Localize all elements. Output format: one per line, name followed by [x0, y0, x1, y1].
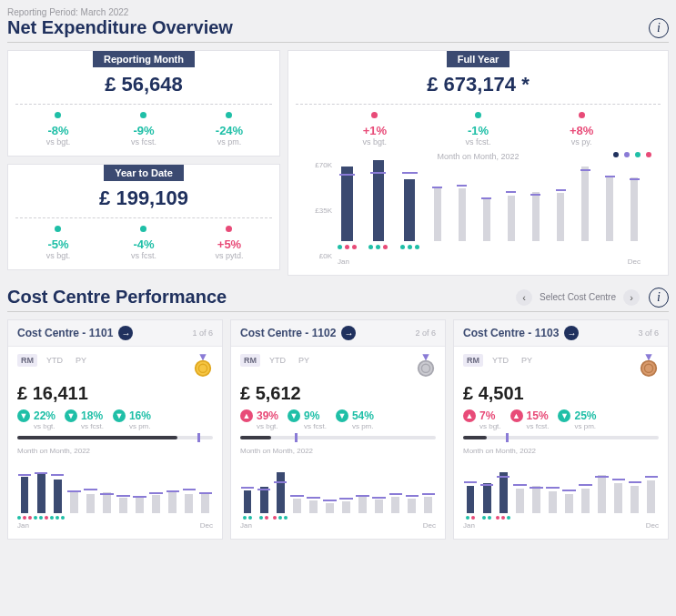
kpi: -4% vs fcst. — [101, 226, 186, 260]
cost-centre-count: 3 of 6 — [638, 328, 659, 338]
cc-kpi: ▼ 54% vs pm. — [336, 409, 374, 430]
cost-centre-card: Cost Centre - 1101 → 1 of 6 RM YTD PY £ … — [7, 319, 223, 540]
tab-ytd[interactable]: YTD — [266, 354, 289, 367]
svg-point-4 — [641, 361, 657, 377]
xaxis-end: Dec — [646, 521, 659, 530]
page-title: Net Expenditure Overview — [7, 17, 233, 38]
select-cost-centre-label: Select Cost Centre — [540, 292, 616, 302]
cost-centre-chart — [17, 459, 213, 513]
kpi: +1% vs bgt. — [324, 112, 427, 146]
cost-centre-amount: £ 5,612 — [240, 383, 436, 404]
chart-legend — [613, 152, 651, 157]
reporting-month-ribbon: Reporting Month — [93, 51, 195, 67]
full-year-ribbon: Full Year — [447, 51, 510, 67]
xaxis-start: Jan — [17, 521, 29, 530]
open-cost-centre-button[interactable]: → — [118, 326, 133, 340]
reporting-month-card: Reporting Month £ 56,648 -8% vs bgt. -9%… — [7, 50, 280, 157]
full-year-card: Full Year £ 673,174 * +1% vs bgt. -1% vs… — [288, 50, 669, 276]
svg-point-0 — [196, 361, 211, 377]
cost-centre-card: Cost Centre - 1103 → 3 of 6 RM YTD PY £ … — [453, 319, 669, 540]
progress-slider — [463, 436, 659, 439]
info-icon[interactable]: i — [649, 18, 669, 38]
full-year-mom-chart: £70K £35K £0K — [336, 165, 642, 256]
cc-mom-label: Month on Month, 2022 — [463, 447, 659, 455]
full-year-amount: £ 673,174 * — [296, 73, 661, 96]
tab-py[interactable]: PY — [72, 354, 90, 367]
xaxis-start: Jan — [240, 521, 252, 530]
kpi: +8% vs py. — [530, 112, 633, 146]
cost-centre-title: Cost Centre Performance — [7, 287, 227, 308]
cost-centre-card: Cost Centre - 1102 → 2 of 6 RM YTD PY £ … — [230, 319, 446, 540]
cost-centre-amount: £ 16,411 — [17, 383, 213, 404]
progress-slider — [240, 436, 436, 439]
cost-centre-name: Cost Centre - 1101 → — [17, 326, 133, 340]
xaxis-end: Dec — [200, 521, 213, 530]
svg-point-2 — [419, 361, 434, 377]
cc-kpi: ▼ 16% vs pm. — [113, 409, 151, 430]
period-tabs[interactable]: RM YTD PY — [463, 354, 536, 367]
cc-kpi: ▼ 18% vs fcst. — [65, 409, 104, 430]
cc-kpi: ▼ 9% vs fcst. — [288, 409, 327, 430]
tab-rm[interactable]: RM — [17, 354, 37, 367]
open-cost-centre-button[interactable]: → — [564, 326, 579, 340]
prev-cost-centre-button[interactable]: ‹ — [516, 289, 532, 306]
open-cost-centre-button[interactable]: → — [341, 326, 356, 340]
ytd-ribbon: Year to Date — [104, 165, 184, 181]
tab-ytd[interactable]: YTD — [489, 354, 512, 367]
kpi: +5% vs pytd. — [187, 226, 271, 260]
kpi: -8% vs bgt. — [15, 112, 100, 146]
ytd-amount: £ 199,109 — [15, 187, 272, 210]
kpi: -24% vs pm. — [187, 112, 271, 146]
tab-rm[interactable]: RM — [463, 354, 483, 367]
xaxis-start: Jan — [463, 521, 475, 530]
xaxis-end: Dec — [423, 521, 436, 530]
cost-centre-amount: £ 4,501 — [463, 383, 659, 404]
kpi: -5% vs bgt. — [15, 226, 100, 260]
cost-centre-chart — [240, 459, 436, 513]
xaxis-start: Jan — [338, 258, 349, 266]
cost-centre-count: 2 of 6 — [415, 328, 436, 338]
year-to-date-card: Year to Date £ 199,109 -5% vs bgt. -4% v… — [7, 164, 280, 270]
rank-medal-icon — [193, 354, 213, 379]
cc-kpi: ▲ 39% vs bgt. — [240, 409, 278, 430]
cc-kpi: ▲ 7% vs bgt. — [463, 409, 501, 430]
tab-py[interactable]: PY — [518, 354, 536, 367]
period-tabs[interactable]: RM YTD PY — [17, 354, 90, 367]
reporting-month-amount: £ 56,648 — [15, 73, 272, 96]
mom-chart-title: Month on Month, 2022 — [296, 152, 661, 161]
reporting-period-label: Reporting Period: March 2022 — [7, 7, 233, 17]
kpi: -9% vs fcst. — [101, 112, 186, 146]
period-tabs[interactable]: RM YTD PY — [240, 354, 313, 367]
progress-slider — [17, 436, 213, 439]
rank-medal-icon — [416, 354, 436, 379]
cost-centre-name: Cost Centre - 1102 → — [240, 326, 356, 340]
xaxis-end: Dec — [628, 258, 641, 266]
kpi: -1% vs fcst. — [427, 112, 530, 146]
cost-centre-count: 1 of 6 — [192, 328, 213, 338]
tab-py[interactable]: PY — [295, 354, 313, 367]
tab-ytd[interactable]: YTD — [43, 354, 66, 367]
next-cost-centre-button[interactable]: › — [623, 289, 640, 306]
cc-kpi: ▼ 25% vs pm. — [558, 409, 596, 430]
cc-kpi: ▲ 15% vs fcst. — [510, 409, 550, 430]
cc-mom-label: Month on Month, 2022 — [240, 447, 436, 455]
info-icon[interactable]: i — [649, 288, 669, 308]
cost-centre-name: Cost Centre - 1103 → — [463, 326, 579, 340]
rank-medal-icon — [639, 354, 659, 379]
tab-rm[interactable]: RM — [240, 354, 260, 367]
cc-kpi: ▼ 22% vs bgt. — [17, 409, 55, 430]
cc-mom-label: Month on Month, 2022 — [17, 447, 213, 455]
cost-centre-chart — [463, 459, 659, 513]
